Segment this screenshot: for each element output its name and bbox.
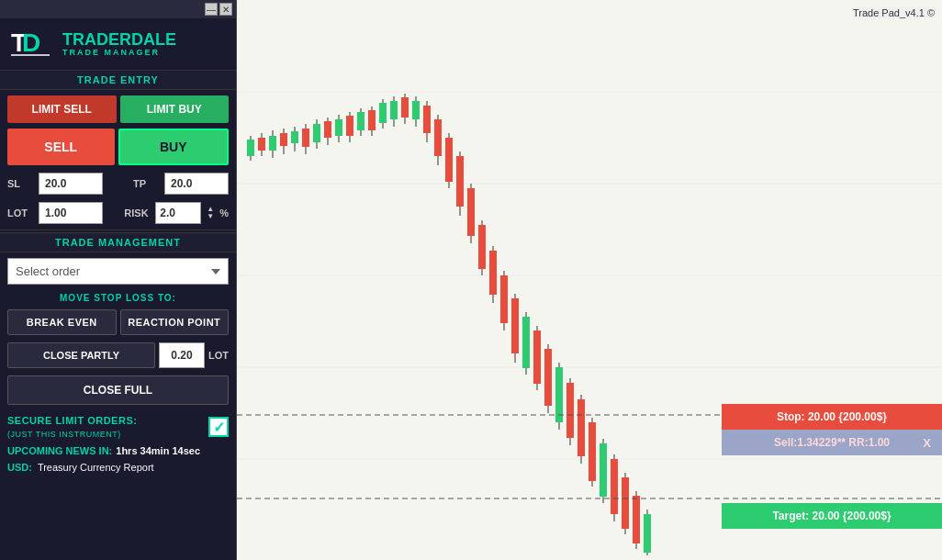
limit-buttons-row: LIMIT SELL LIMIT BUY <box>0 90 236 127</box>
svg-rect-73 <box>589 422 596 481</box>
risk-spinner[interactable]: ▲ ▼ <box>207 206 214 220</box>
svg-rect-65 <box>544 349 552 406</box>
lot-input[interactable] <box>39 202 103 224</box>
sell-level-label: Sell:1.34229** RR:1.00 <box>774 436 890 449</box>
svg-rect-47 <box>445 138 453 182</box>
secure-limit-sublabel: (JUST THIS INSTRUMENT) <box>7 430 121 441</box>
close-partly-row: CLOSE PARTLY LOT <box>0 339 236 372</box>
close-button[interactable]: ✕ <box>219 3 232 16</box>
svg-rect-37 <box>390 101 398 119</box>
svg-rect-33 <box>368 110 376 130</box>
svg-rect-83 <box>644 514 651 553</box>
break-even-button[interactable]: BREAK EVEN <box>7 309 117 335</box>
title-bar: — ✕ <box>0 0 236 18</box>
svg-rect-43 <box>423 106 431 133</box>
percent-label: % <box>219 207 229 218</box>
logo-subtitle: TRADE MANAGER <box>62 48 176 57</box>
currency-value: Treasury Currency Report <box>38 462 154 473</box>
move-stop-label: MOVE STOP LOSS TO: <box>0 290 236 306</box>
svg-rect-81 <box>633 496 640 543</box>
svg-rect-15 <box>269 136 276 151</box>
stop-level: Stop: 20.00 {200.00$} <box>722 404 942 430</box>
news-label: UPCOMING NEWS IN: <box>7 445 112 456</box>
risk-down-icon[interactable]: ▼ <box>207 213 214 220</box>
svg-rect-53 <box>478 225 486 269</box>
sell-level-close-icon[interactable]: X <box>915 431 938 454</box>
limit-sell-button[interactable]: LIMIT SELL <box>7 95 117 123</box>
close-full-button[interactable]: CLOSE FULL <box>7 375 229 405</box>
sl-input[interactable] <box>39 173 103 195</box>
svg-rect-17 <box>280 133 287 146</box>
limit-buy-button[interactable]: LIMIT BUY <box>120 95 230 123</box>
svg-rect-29 <box>346 116 353 136</box>
secure-orders-checkbox[interactable]: ✓ <box>208 417 229 437</box>
lot-label: LOT <box>7 207 35 218</box>
target-level-label: Target: 20.00 {200.00$} <box>772 510 891 522</box>
select-order-dropdown[interactable]: Select order <box>7 258 229 285</box>
svg-text:D: D <box>22 28 40 57</box>
sell-button[interactable]: SELL <box>7 129 115 165</box>
trade-entry-header: TRADE ENTRY <box>0 70 236 90</box>
svg-rect-67 <box>555 367 563 422</box>
svg-rect-23 <box>313 124 320 142</box>
logo-text: TRADERDALE TRADE MANAGER <box>62 31 176 57</box>
svg-rect-59 <box>511 298 519 353</box>
close-partly-input[interactable] <box>159 342 205 368</box>
svg-rect-21 <box>302 129 309 147</box>
svg-rect-75 <box>600 443 607 497</box>
svg-rect-55 <box>489 251 497 295</box>
risk-label: RISK <box>124 207 151 218</box>
svg-rect-45 <box>434 119 442 156</box>
svg-rect-41 <box>412 101 420 119</box>
news-row: UPCOMING NEWS IN: 1hrs 34min 14sec <box>0 442 236 460</box>
svg-rect-49 <box>456 156 464 207</box>
svg-rect-27 <box>335 119 342 136</box>
sell-buy-row: SELL BUY <box>0 127 236 169</box>
svg-rect-31 <box>357 112 364 130</box>
target-level: Target: 20.00 {200.00$} <box>722 503 942 529</box>
minimize-button[interactable]: — <box>205 3 218 16</box>
chart-area: Stop: 20.00 {200.00$} Sell:1.34229** RR:… <box>237 0 942 560</box>
svg-rect-77 <box>611 459 618 514</box>
logo-area: T D TRADERDALE TRADE MANAGER <box>0 18 236 70</box>
trade-management-header: TRADE MANAGEMENT <box>0 232 236 252</box>
candlestick-chart <box>237 0 942 560</box>
secure-limit-row: SECURE LIMIT ORDERS: (JUST THIS INSTRUME… <box>0 409 236 442</box>
svg-rect-63 <box>533 330 541 384</box>
logo-icon: T D <box>9 26 55 62</box>
svg-rect-79 <box>622 477 629 529</box>
stop-level-label: Stop: 20.00 {200.00$} <box>777 410 887 423</box>
sl-tp-row: SL TP <box>0 169 236 198</box>
close-partly-button[interactable]: CLOSE PARTLY <box>7 342 155 368</box>
secure-limit-label: SECURE LIMIT ORDERS: <box>7 415 137 426</box>
sl-label: SL <box>7 178 35 189</box>
svg-rect-71 <box>578 399 585 456</box>
svg-rect-35 <box>379 103 387 123</box>
svg-rect-69 <box>566 383 574 438</box>
svg-rect-39 <box>401 97 409 118</box>
break-reaction-row: BREAK EVEN REACTION POINT <box>0 306 236 339</box>
secure-limit-text: SECURE LIMIT ORDERS: (JUST THIS INSTRUME… <box>7 414 137 440</box>
news-timer: 1hrs 34min 14sec <box>116 445 200 456</box>
checkmark-icon: ✓ <box>213 419 225 436</box>
tp-label: TP <box>133 178 161 189</box>
risk-input[interactable] <box>155 202 201 224</box>
svg-rect-61 <box>522 317 530 368</box>
version-label: Trade Pad_v4.1 © <box>853 7 935 18</box>
currency-label: USD: <box>7 462 32 473</box>
svg-rect-13 <box>258 138 265 151</box>
lot-risk-row: LOT RISK ▲ ▼ % <box>0 198 236 228</box>
divider-1 <box>0 230 236 230</box>
svg-rect-51 <box>467 188 475 236</box>
svg-rect-19 <box>291 131 298 143</box>
svg-rect-25 <box>324 121 331 138</box>
svg-rect-11 <box>247 140 254 156</box>
sell-level: Sell:1.34229** RR:1.00 X <box>722 430 942 455</box>
currency-row: USD: Treasury Currency Report <box>0 460 236 476</box>
reaction-point-button[interactable]: REACTION POINT <box>120 309 230 335</box>
logo-trader-dale: TRADERDALE <box>62 31 176 48</box>
tp-input[interactable] <box>164 173 229 195</box>
buy-button[interactable]: BUY <box>118 129 230 165</box>
left-panel: — ✕ T D TRADERDALE TRADE MANAGER TRADE E… <box>0 0 237 560</box>
svg-rect-57 <box>500 275 508 323</box>
